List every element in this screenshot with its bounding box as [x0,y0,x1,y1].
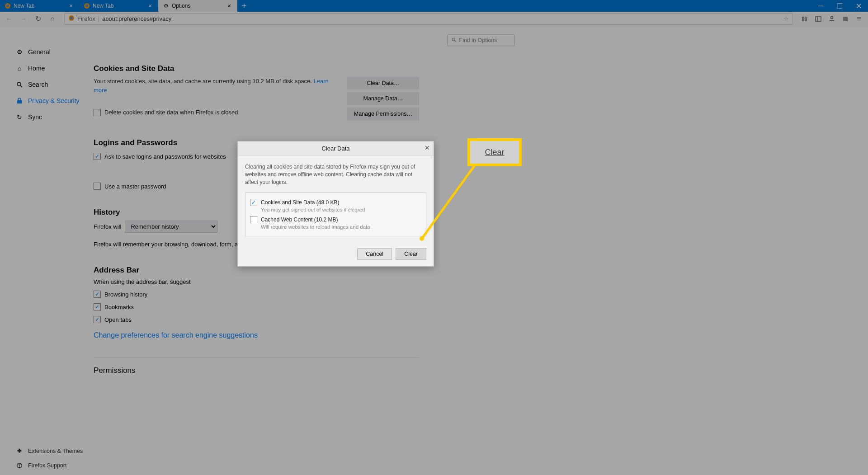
dialog-header: Clear Data ✕ [238,141,434,156]
checkbox-label: Cached Web Content (10.2 MB) [261,216,338,223]
callout-label: Clear [485,148,504,157]
clear-button[interactable]: Clear [396,248,426,260]
cache-checkbox[interactable] [250,216,257,223]
callout-highlight: Clear [467,138,522,166]
callout-dot [420,236,424,241]
checkbox-sublabel: You may get signed out of websites if cl… [261,207,421,212]
checkbox-sublabel: Will require websites to reload images a… [261,224,421,230]
clear-data-options: Cookies and Site Data (48.0 KB) You may … [245,192,426,236]
clear-data-dialog: Clear Data ✕ Clearing all cookies and si… [237,141,434,267]
dialog-title: Clear Data [321,145,349,152]
checkbox-label: Cookies and Site Data (48.0 KB) [261,199,339,206]
cookies-checkbox[interactable] [250,199,257,206]
dialog-close-button[interactable]: ✕ [425,144,430,151]
cancel-button[interactable]: Cancel [357,248,392,260]
modal-overlay [0,0,868,475]
dialog-description: Clearing all cookies and site data store… [245,163,426,186]
